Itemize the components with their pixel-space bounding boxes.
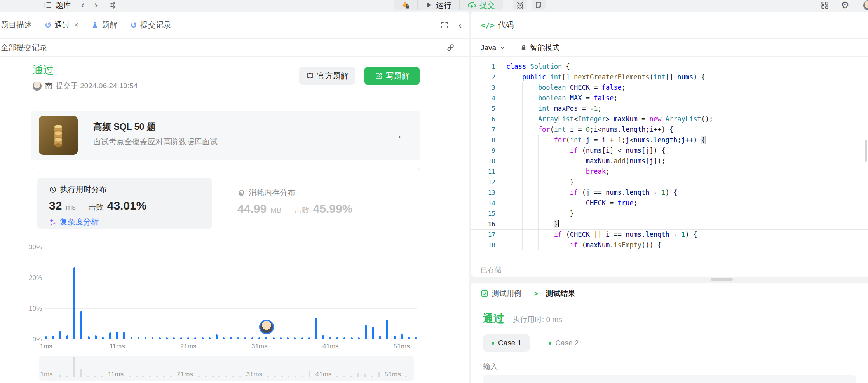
study-plan-banner[interactable]: 高频 SQL 50 题 面试考点全覆盖应对高阶数据库面试 → [31, 111, 420, 160]
copy-link-icon[interactable] [446, 44, 455, 52]
histogram-bar[interactable] [52, 336, 54, 339]
arrow-right-icon[interactable]: → [392, 129, 403, 142]
collapse-panel-icon[interactable]: ‹ [458, 20, 462, 30]
histogram-bar[interactable] [315, 318, 317, 339]
input-value-box[interactable] [483, 375, 856, 383]
code-line-5[interactable]: 5int maxPos = -1; [471, 103, 868, 114]
next-problem-button[interactable]: › [94, 0, 98, 10]
top-toolbar: 题库 ‹ › [0, 0, 868, 12]
user-submission-marker[interactable] [259, 320, 274, 334]
tab-problem-description[interactable]: 题目描述 [1, 20, 32, 30]
code-line-6[interactable]: 6ArrayList<Integer> maxNum = new ArrayLi… [471, 114, 868, 124]
histogram-bar[interactable] [131, 337, 132, 339]
histogram-bar[interactable] [322, 335, 324, 339]
code-line-10[interactable]: 10maxNum.add(nums[j]); [471, 156, 868, 166]
run-button[interactable]: 运行 [417, 0, 459, 10]
language-selector[interactable]: Java [481, 44, 496, 52]
code-line-7[interactable]: 7for(int i = 0;i<nums.length;i++) { [471, 124, 868, 135]
chevron-down-icon[interactable] [499, 45, 505, 51]
prev-problem-button[interactable]: ‹ [81, 0, 84, 10]
x-tick: 51ms [394, 343, 410, 350]
code-line-17[interactable]: 17if (CHECK || i == nums.length - 1) { [471, 229, 868, 240]
code-brackets-icon: </> [481, 21, 495, 30]
histogram-bar[interactable] [102, 337, 104, 339]
histogram-bar[interactable] [109, 332, 111, 339]
code-line-1[interactable]: 1class Solution { [471, 61, 868, 72]
histogram-bar-user[interactable] [265, 337, 267, 339]
histogram-bar[interactable] [329, 337, 331, 339]
settings-gear-icon[interactable]: ⚙ [841, 0, 849, 10]
histogram-bar[interactable] [401, 334, 403, 339]
fullscreen-icon[interactable] [441, 21, 448, 29]
code-line-3[interactable]: 3boolean CHECK = false; [471, 82, 868, 93]
histogram-bar[interactable] [230, 337, 232, 339]
cloud-upload-icon [467, 1, 476, 9]
histogram-bar[interactable] [45, 336, 47, 339]
code-line-2[interactable]: 2public int[] nextGreaterElements(int[] … [471, 72, 868, 82]
random-problem-button[interactable] [108, 1, 116, 9]
x-tick: 11ms [109, 343, 125, 350]
memory-chip-icon [237, 189, 245, 197]
code-line-16[interactable]: 16} [471, 219, 868, 229]
code-line-4[interactable]: 4boolean MAX = false; [471, 93, 868, 103]
tab-solutions[interactable]: 题解 [91, 20, 117, 30]
submit-button[interactable]: 提交 [459, 0, 503, 10]
user-avatar[interactable] [863, 0, 868, 10]
histogram-bar[interactable] [95, 335, 97, 339]
code-line-14[interactable]: 14CHECK = true; [471, 198, 868, 208]
histogram-bar[interactable] [379, 336, 381, 339]
panel-resize-handle[interactable] [711, 278, 733, 281]
tab-test-result[interactable]: >_ 测试结果 [534, 289, 575, 299]
histogram-bar[interactable] [116, 332, 118, 339]
problem-list-button[interactable]: 题库 [44, 0, 71, 10]
histogram-bar[interactable] [66, 335, 68, 339]
code-line-15[interactable]: 15} [471, 208, 868, 219]
debug-button[interactable] [394, 0, 417, 10]
history-icon: ↺ [130, 21, 137, 29]
tab-accepted-detail[interactable]: ↺ 通过 × [45, 20, 78, 30]
histogram-bar[interactable] [372, 327, 374, 339]
histogram-bar[interactable] [88, 336, 90, 339]
histogram-bar[interactable] [73, 267, 75, 339]
code-panel-title: 代码 [498, 20, 514, 30]
official-solution-button[interactable]: 官方题解 [299, 67, 355, 85]
histogram-brush-minimap[interactable]: 1ms11ms21ms31ms41ms51ms [39, 356, 414, 381]
runtime-value: 32 [49, 199, 62, 212]
code-line-18[interactable]: 18if (maxNum.isEmpty()) { [471, 240, 868, 250]
left-tab-bar: 题目描述 ↺ 通过 × 题解 ↺ 提交记录 ‹ [0, 12, 469, 39]
tab-testcase[interactable]: 测试用例 [481, 289, 521, 299]
histogram-bar[interactable] [415, 337, 417, 339]
editor-scrollbar[interactable] [865, 140, 867, 162]
case-2-button[interactable]: Case 2 [540, 334, 587, 352]
code-line-12[interactable]: 12} [471, 177, 868, 187]
histogram-bar[interactable] [80, 311, 82, 339]
code-line-9[interactable]: 9if (nums[i] < nums[j]) { [471, 145, 868, 156]
write-solution-button[interactable]: 写题解 [364, 67, 420, 85]
code-line-8[interactable]: 8for(int j = i + 1;j<nums.length;j++) { [471, 135, 868, 145]
code-line-13[interactable]: 13if (j == nums.length - 1) { [471, 187, 868, 198]
histogram-bar[interactable] [365, 325, 367, 339]
smart-mode-label[interactable]: 智能模式 [530, 43, 559, 53]
histogram-bar[interactable] [216, 334, 218, 339]
histogram-bar[interactable] [336, 337, 338, 339]
complexity-analysis-link[interactable]: 复杂度分析 [49, 217, 99, 227]
author-name: 南 [45, 81, 52, 91]
code-editor[interactable]: 1class Solution {2public int[] nextGreat… [471, 57, 868, 250]
notes-button[interactable] [532, 0, 546, 10]
code-line-11[interactable]: 11break; [471, 166, 868, 177]
memory-stat-tile[interactable]: 消耗内存分布 44.99 MB 击败 45.99% [232, 178, 414, 229]
line-number: 15 [471, 208, 495, 219]
layout-grid-icon[interactable] [821, 1, 829, 9]
histogram-bar[interactable] [408, 337, 410, 339]
case-1-button[interactable]: Case 1 [483, 334, 530, 352]
runtime-stat-tile[interactable]: 执行用时分布 32 ms 击败 43.01% 复杂度分析 [37, 178, 212, 229]
histogram-bar[interactable] [59, 331, 61, 339]
close-tab-icon[interactable]: × [74, 21, 79, 30]
histogram-bar[interactable] [123, 332, 125, 339]
timer-button[interactable] [513, 0, 527, 10]
clock-icon [49, 186, 57, 194]
histogram-bar[interactable] [394, 336, 396, 339]
database-icon [39, 116, 78, 155]
tab-submissions[interactable]: ↺ 提交记录 [130, 20, 171, 30]
histogram-bar[interactable] [386, 320, 388, 339]
